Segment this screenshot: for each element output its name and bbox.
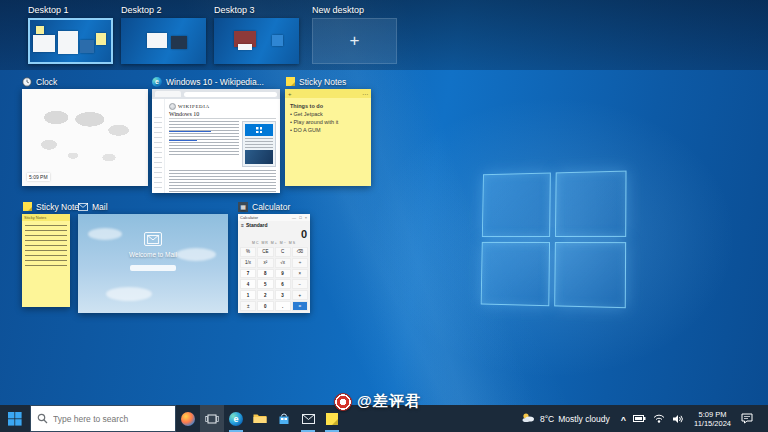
mail-logo-icon: [144, 232, 162, 246]
sticky-notes-icon: [285, 77, 295, 87]
calculator-menu-row: ≡ Standard: [238, 221, 310, 228]
desktop-1-group: Desktop 1: [28, 5, 113, 64]
new-desktop-group: New desktop +: [312, 5, 397, 64]
desktop-preview-window: [272, 35, 283, 46]
wikipedia-header: WIKIPEDIA: [169, 102, 276, 111]
wikipedia-sidebar: [152, 99, 165, 193]
note-line: Things to do: [290, 102, 366, 110]
browser-window-thumbnail[interactable]: WIKIPEDIA Windows 10: [152, 89, 280, 193]
browser-tab: [155, 91, 181, 97]
taskbar-time: 5:09 PM: [699, 410, 727, 419]
desktop-preview-window: [36, 26, 44, 34]
calc-key: x²: [257, 258, 273, 268]
windows-logo-icon: [8, 412, 22, 426]
sticky-notes-window-label: Sticky Notes: [285, 76, 371, 87]
hamburger-menu-icon: ≡: [241, 222, 244, 228]
calc-key: 1/x: [240, 258, 256, 268]
note-menu-icon: ⋯: [362, 90, 368, 97]
calc-key: 9: [275, 269, 291, 279]
desktop-2-thumbnail[interactable]: [121, 18, 206, 64]
window-control-icons: — □ ×: [292, 215, 308, 220]
mail-window-title: Mail: [92, 202, 108, 212]
map-time-label: 5:09 PM: [27, 173, 50, 181]
edge-browser-icon: e: [152, 77, 162, 87]
windows-logo-pane: [481, 241, 550, 306]
desktop-1-label: Desktop 1: [28, 5, 113, 15]
cloud-decoration: [176, 248, 216, 261]
taskbar-store-button[interactable]: [272, 405, 296, 432]
calculator-icon: ▦: [238, 202, 248, 212]
clock-window-label: Clock: [22, 76, 148, 87]
calc-key: C: [275, 247, 291, 257]
sticky-note-window-label: Sticky Note: [22, 201, 79, 212]
calc-key: +: [292, 290, 308, 300]
browser-window-group: e Windows 10 - Wikipedia... WIKIPEDIA Wi…: [152, 76, 280, 193]
volume-icon[interactable]: [672, 414, 684, 424]
sticky-note-thumbnail[interactable]: Sticky Notes: [22, 214, 70, 307]
search-highlights-button[interactable]: [176, 405, 200, 432]
calc-key: 3: [275, 290, 291, 300]
calc-key: %: [240, 247, 256, 257]
task-view-icon: [205, 413, 219, 425]
desktop-preview-window: [33, 35, 55, 52]
note-text: Things to do • Get Jetpack • Play around…: [285, 98, 371, 138]
taskbar-clock[interactable]: 5:09 PM 11/15/2024: [691, 410, 734, 428]
calc-key: 6: [275, 279, 291, 289]
windows-logo-wallpaper: [481, 171, 627, 309]
file-explorer-icon: [253, 413, 267, 424]
clock-window-thumbnail[interactable]: 5:09 PM: [22, 89, 148, 186]
article-infobox: [242, 121, 276, 167]
battery-icon[interactable]: [633, 414, 646, 423]
calculator-mode-label: Standard: [246, 222, 268, 228]
edge-browser-icon: e: [229, 412, 243, 426]
calc-key: 1: [240, 290, 256, 300]
taskbar-search[interactable]: [30, 405, 176, 432]
start-button[interactable]: [0, 405, 30, 432]
calc-key: ⌫: [292, 247, 308, 257]
desktop-preview-window: [147, 33, 167, 48]
wikipedia-wordmark: WIKIPEDIA: [178, 104, 210, 109]
article-link-placeholder: [169, 131, 211, 132]
watermark: @差评君: [334, 392, 421, 411]
mail-welcome-text: Welcome to Mail: [129, 251, 177, 258]
weather-temperature: 8°C: [540, 414, 554, 424]
wifi-icon[interactable]: [653, 414, 665, 423]
desktop-preview-window: [80, 40, 94, 53]
calc-key: 2: [257, 290, 273, 300]
article-link-placeholder: [169, 140, 197, 141]
sticky-notes-thumbnail[interactable]: + ⋯ Things to do • Get Jetpack • Play ar…: [285, 89, 371, 186]
cloud-decoration: [88, 228, 122, 240]
article-title: Windows 10: [169, 111, 276, 119]
clock-window-title: Clock: [36, 77, 57, 87]
calc-key: .: [275, 301, 291, 311]
windows10-screenshot-image: [245, 150, 273, 164]
weather-widget[interactable]: 8°C Mostly cloudy: [517, 412, 614, 425]
mail-button-placeholder: [130, 265, 176, 271]
add-note-icon: +: [288, 91, 292, 97]
desktop-3-thumbnail[interactable]: [214, 18, 299, 64]
mail-window-thumbnail[interactable]: Welcome to Mail: [78, 214, 228, 313]
desktop-3-group: Desktop 3: [214, 5, 299, 64]
mail-window-group: Mail Welcome to Mail: [78, 201, 228, 313]
taskbar-file-explorer-button[interactable]: [248, 405, 272, 432]
note-line: • DO A GUM: [290, 126, 366, 134]
hidden-icons-chevron[interactable]: ^: [621, 415, 626, 425]
clock-icon: [22, 77, 32, 87]
calculator-window-thumbnail[interactable]: Calculator — □ × ≡ Standard 0 MC MR M+ M…: [238, 214, 310, 313]
action-center-icon[interactable]: [741, 413, 753, 424]
browser-toolbar: [152, 89, 280, 99]
calc-key: =: [292, 301, 308, 311]
wikipedia-article: WIKIPEDIA Windows 10: [165, 99, 280, 193]
task-view-button[interactable]: [200, 405, 224, 432]
search-input[interactable]: [53, 414, 169, 424]
cloud-decoration: [106, 287, 152, 301]
calc-key: ×: [292, 269, 308, 279]
article-text-placeholder: [169, 170, 276, 193]
desktop-1-thumbnail[interactable]: [28, 18, 113, 64]
taskbar-mail-button[interactable]: [296, 405, 320, 432]
taskbar-edge-button[interactable]: e: [224, 405, 248, 432]
wikipedia-globe-icon: [169, 103, 176, 110]
microsoft-store-icon: [278, 413, 290, 425]
note-line: • Play around with it: [290, 118, 366, 126]
new-desktop-button[interactable]: +: [312, 18, 397, 64]
